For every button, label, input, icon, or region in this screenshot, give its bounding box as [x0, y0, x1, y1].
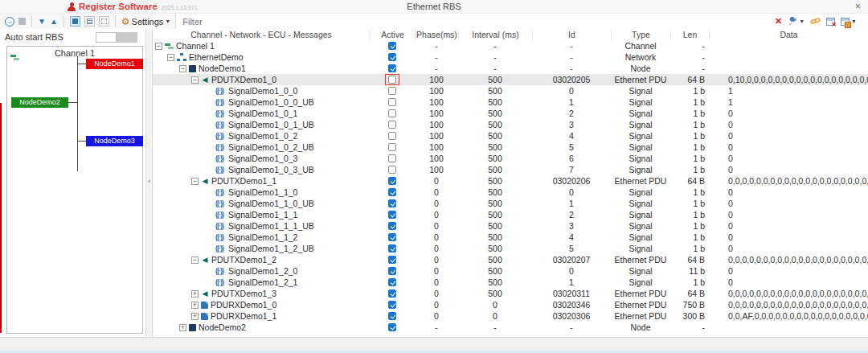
- table-row[interactable]: SignalDemo1_0_21005004Signal1 b0: [153, 130, 868, 142]
- active-checkbox[interactable]: [388, 109, 396, 117]
- active-checkbox[interactable]: [388, 312, 396, 320]
- active-checkbox[interactable]: [388, 154, 396, 162]
- active-checkbox[interactable]: [388, 87, 396, 95]
- table-row[interactable]: −PDUTXDemo1_2050003020207Ethernet PDU64 …: [153, 254, 868, 265]
- table-row[interactable]: SignalDemo1_1_105002Signal1 b0: [153, 209, 868, 220]
- collapse-expander-icon[interactable]: −: [167, 54, 174, 61]
- table-row[interactable]: SignalDemo1_1_0_UB05001Signal1 b0: [153, 198, 868, 209]
- expand-expander-icon[interactable]: +: [191, 313, 199, 320]
- col-len[interactable]: Len: [670, 30, 709, 39]
- table-row[interactable]: SignalDemo1_2_105001Signal1 b0: [153, 277, 868, 288]
- col-phase[interactable]: Phase(ms): [415, 30, 458, 39]
- expand-expander-icon[interactable]: +: [179, 324, 186, 331]
- cell-id: 0: [532, 266, 611, 276]
- cell-id: 7: [532, 165, 611, 174]
- active-checkbox[interactable]: [388, 132, 396, 140]
- collapse-expander-icon[interactable]: −: [155, 43, 162, 50]
- move-up-icon[interactable]: ▲: [50, 18, 58, 26]
- col-active[interactable]: Active: [370, 30, 415, 39]
- checkbox-wrap: [385, 220, 399, 232]
- expand-expander-icon[interactable]: +: [191, 302, 199, 309]
- table-row[interactable]: −PDUTXDemo1_1050003020206Ethernet PDU64 …: [153, 175, 868, 187]
- active-checkbox[interactable]: [388, 267, 396, 275]
- table-row[interactable]: +NodeDemo2---Node-: [153, 322, 868, 333]
- table-row[interactable]: SignalDemo1_0_11005002Signal1 b0: [153, 108, 868, 119]
- diagram-node-nodedemo2[interactable]: NodeDemo2: [11, 97, 68, 108]
- stop-icon[interactable]: [18, 18, 26, 25]
- link-icon[interactable]: [810, 17, 821, 26]
- active-checkbox[interactable]: [388, 233, 396, 241]
- auto-start-row: Auto start RBS: [0, 29, 145, 45]
- wrench-icon[interactable]: ▼: [788, 17, 805, 27]
- active-checkbox[interactable]: [388, 256, 396, 264]
- collapse-expander-icon[interactable]: −: [191, 76, 199, 84]
- auto-start-toggle[interactable]: [96, 32, 137, 43]
- view-empty-icon[interactable]: [99, 16, 109, 27]
- col-data[interactable]: Data: [709, 30, 868, 39]
- active-checkbox[interactable]: [388, 289, 396, 298]
- active-checkbox[interactable]: [388, 301, 396, 309]
- active-checkbox[interactable]: [388, 222, 396, 230]
- table-row[interactable]: −EthernetDemo---Network-: [153, 51, 868, 63]
- active-checkbox[interactable]: [388, 121, 396, 129]
- table-row[interactable]: +PDURXDemo1_00003020346Ethernet PDU750 B…: [153, 299, 868, 310]
- expand-expander-icon[interactable]: +: [191, 290, 199, 298]
- active-checkbox[interactable]: [388, 64, 396, 72]
- signal-icon: [213, 109, 226, 117]
- active-checkbox[interactable]: [388, 53, 396, 61]
- view-list-icon[interactable]: [84, 16, 95, 27]
- table-row[interactable]: −Channel 1---Channel-: [153, 40, 868, 51]
- table-row[interactable]: SignalDemo1_1_205004Signal1 b0: [153, 232, 868, 243]
- view-grid-icon[interactable]: [70, 16, 80, 27]
- active-checkbox[interactable]: [388, 177, 396, 185]
- cell-phase: 100: [415, 109, 458, 118]
- active-checkbox[interactable]: [388, 278, 396, 286]
- col-tree[interactable]: Channel - Network - ECU - Messages: [153, 30, 370, 39]
- active-checkbox[interactable]: [388, 143, 396, 151]
- table-row[interactable]: SignalDemo1_0_1_UB1005003Signal1 b0: [153, 119, 868, 130]
- active-checkbox[interactable]: [388, 166, 396, 174]
- table-row[interactable]: SignalDemo1_0_01005000Signal1 b1: [153, 85, 868, 96]
- diagram-node-nodedemo3[interactable]: NodeDemo3: [86, 136, 143, 146]
- window-close-button[interactable]: ×: [855, 0, 861, 14]
- collapse-pane-icon[interactable]: ‹: [146, 178, 152, 185]
- table-row[interactable]: SignalDemo1_1_1_UB05003Signal1 b0: [153, 220, 868, 232]
- table-row[interactable]: +PDURXDemo1_10003020306Ethernet PDU300 B…: [153, 310, 868, 322]
- col-id[interactable]: Id: [532, 30, 611, 39]
- table-row[interactable]: +PDUTXDemo1_3050003020311Ethernet PDU64 …: [153, 288, 868, 299]
- active-checkbox[interactable]: [388, 76, 396, 84]
- table-row[interactable]: SignalDemo1_2_005000Signal11 b0: [153, 265, 868, 277]
- active-checkbox[interactable]: [388, 98, 396, 106]
- filter-input[interactable]: [181, 16, 775, 27]
- collapse-expander-icon[interactable]: −: [179, 65, 186, 72]
- table-row[interactable]: SignalDemo1_0_0_UB1005001Signal1 b1: [153, 96, 868, 108]
- add-view-icon[interactable]: ▼: [841, 18, 857, 26]
- pane-splitter[interactable]: ‹: [145, 29, 153, 338]
- collapse-expander-icon[interactable]: −: [191, 178, 199, 185]
- move-down-icon[interactable]: ▼: [38, 18, 46, 26]
- active-checkbox[interactable]: [388, 199, 396, 207]
- settings-button[interactable]: ⚙ Settings ▼: [121, 17, 170, 27]
- col-interval[interactable]: Interval (ms): [458, 30, 532, 39]
- table-row[interactable]: SignalDemo1_0_2_UB1005005Signal1 b0: [153, 142, 868, 153]
- checkbox-wrap: [385, 243, 399, 254]
- table-row[interactable]: −PDUTXDemo1_010050003020205Ethernet PDU6…: [153, 74, 868, 85]
- active-checkbox[interactable]: [388, 188, 396, 196]
- col-type[interactable]: Type: [611, 30, 670, 39]
- cell-data: 1: [709, 86, 868, 96]
- clear-filter-icon[interactable]: ✕: [775, 17, 782, 26]
- table-row[interactable]: SignalDemo1_1_2_UB05005Signal1 b0: [153, 243, 868, 254]
- table-row[interactable]: −NodeDemo1---Node-: [153, 63, 868, 74]
- active-checkbox[interactable]: [388, 323, 396, 331]
- diagram-node-nodedemo1[interactable]: NodeDemo1: [86, 59, 143, 69]
- table-row[interactable]: SignalDemo1_0_3_UB1005007Signal1 b0: [153, 164, 868, 175]
- active-checkbox[interactable]: [388, 42, 396, 50]
- table-row[interactable]: SignalDemo1_0_31005006Signal1 b0: [153, 153, 868, 164]
- active-checkbox[interactable]: [388, 211, 396, 219]
- remove-view-icon[interactable]: ✕: [826, 18, 835, 26]
- table-row[interactable]: SignalDemo1_1_005000Signal1 b0: [153, 187, 868, 198]
- collapse-expander-icon[interactable]: −: [191, 257, 199, 264]
- active-checkbox[interactable]: [388, 244, 396, 252]
- cell-id: 1: [532, 97, 611, 107]
- send-icon[interactable]: →: [5, 17, 14, 27]
